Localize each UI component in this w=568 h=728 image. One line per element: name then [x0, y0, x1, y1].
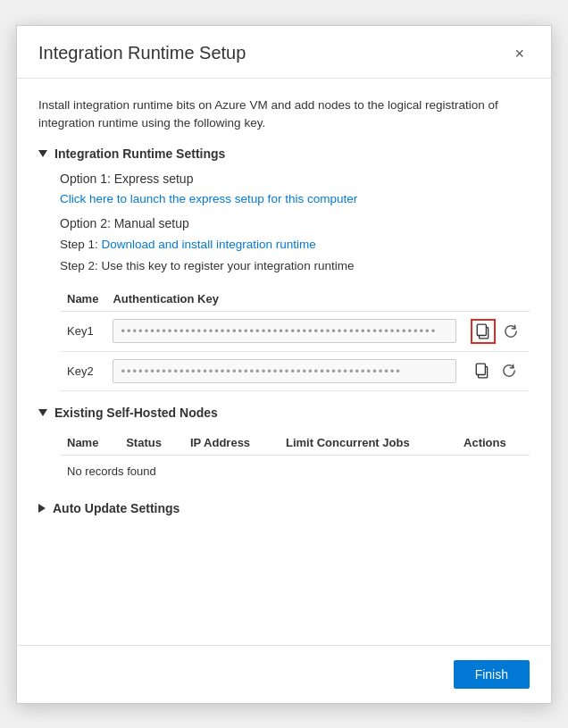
- copy-icon: [474, 363, 490, 379]
- step2-text: Step 2: Use this key to register your in…: [60, 257, 530, 275]
- key2-value-cell: [105, 351, 464, 390]
- nodes-col-concurrent: Limit Concurrent Jobs: [279, 431, 456, 456]
- integration-runtime-settings-section: Integration Runtime Settings Option 1: E…: [38, 146, 530, 391]
- integration-runtime-setup-modal: Integration Runtime Setup × Install inte…: [16, 25, 552, 704]
- key2-row: Key2: [60, 351, 530, 390]
- auto-update-header[interactable]: Auto Update Settings: [38, 501, 530, 515]
- modal-header: Integration Runtime Setup ×: [17, 26, 551, 79]
- modal-footer: Finish: [17, 645, 551, 703]
- express-setup-link[interactable]: Click here to launch the express setup f…: [60, 192, 357, 205]
- key1-input[interactable]: [113, 319, 456, 343]
- key1-name: Key1: [60, 311, 105, 351]
- refresh-icon: [503, 323, 519, 339]
- expand-icon-autoupdate: [38, 504, 46, 513]
- key2-actions: [464, 351, 530, 390]
- nodes-table: Name Status IP Address Limit Concurrent …: [60, 431, 530, 487]
- keys-table: Name Authentication Key Key1: [60, 287, 530, 391]
- intro-text: Install integration runtime bits on Azur…: [38, 96, 530, 133]
- option1-block: Option 1: Express setup Click here to la…: [60, 172, 530, 205]
- nodes-col-ip: IP Address: [183, 431, 279, 456]
- key1-action-buttons: [471, 319, 522, 344]
- nodes-col-actions: Actions: [456, 431, 530, 456]
- option1-label: Option 1: Express setup: [60, 172, 530, 186]
- modal-body: Install integration runtime bits on Azur…: [17, 79, 551, 645]
- key1-refresh-button[interactable]: [499, 320, 522, 343]
- close-button[interactable]: ×: [509, 42, 530, 65]
- key2-name: Key2: [60, 351, 105, 390]
- auto-update-section: Auto Update Settings: [38, 501, 530, 515]
- step1-text: Step 1: Download and install integration…: [60, 236, 530, 254]
- key1-row: Key1: [60, 311, 530, 351]
- collapse-icon: [38, 150, 47, 157]
- key1-value-cell: [105, 311, 464, 351]
- finish-button[interactable]: Finish: [454, 660, 530, 689]
- col-name-header: Name: [60, 287, 105, 312]
- col-key-header: Authentication Key: [105, 287, 464, 312]
- step1-prefix: Step 1:: [60, 238, 102, 251]
- nodes-col-status: Status: [119, 431, 183, 456]
- integration-runtime-settings-title: Integration Runtime Settings: [54, 146, 225, 161]
- no-records-text: No records found: [60, 455, 530, 487]
- key2-refresh-button[interactable]: [497, 359, 521, 382]
- option2-block: Option 2: Manual setup Step 1: Download …: [60, 216, 530, 276]
- existing-nodes-header[interactable]: Existing Self-Hosted Nodes: [38, 406, 530, 420]
- existing-nodes-title: Existing Self-Hosted Nodes: [54, 406, 218, 420]
- key1-actions: [464, 311, 530, 351]
- auto-update-title: Auto Update Settings: [53, 501, 180, 515]
- refresh-icon: [501, 363, 517, 379]
- svg-rect-3: [476, 364, 485, 374]
- key2-copy-button[interactable]: [471, 359, 494, 382]
- existing-nodes-section: Existing Self-Hosted Nodes Name Status I…: [38, 406, 530, 487]
- modal-title: Integration Runtime Setup: [38, 43, 246, 63]
- nodes-col-name: Name: [60, 431, 119, 456]
- integration-runtime-settings-header[interactable]: Integration Runtime Settings: [38, 146, 530, 161]
- key2-action-buttons: [471, 359, 522, 382]
- key1-copy-button[interactable]: [471, 319, 496, 344]
- download-link[interactable]: Download and install integration runtime: [102, 238, 316, 251]
- copy-icon: [475, 323, 491, 339]
- option2-label: Option 2: Manual setup: [60, 216, 530, 230]
- key2-input[interactable]: [113, 359, 456, 383]
- integration-runtime-settings-content: Option 1: Express setup Click here to la…: [38, 172, 530, 391]
- existing-nodes-content: Name Status IP Address Limit Concurrent …: [38, 431, 530, 487]
- no-records-row: No records found: [60, 455, 530, 487]
- svg-rect-1: [477, 324, 486, 335]
- collapse-icon-nodes: [38, 409, 47, 416]
